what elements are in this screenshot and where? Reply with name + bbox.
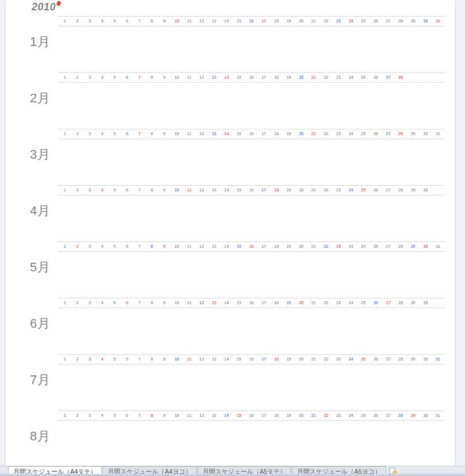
day-number: 12 <box>196 242 208 251</box>
day-number: 4 <box>96 242 109 251</box>
day-number: 26 <box>369 242 382 251</box>
day-number: 18 <box>270 298 283 308</box>
day-number: 30 <box>420 298 432 308</box>
day-number: 2 <box>71 186 84 195</box>
day-number-row: 1234567891011121314151617181920212223242… <box>59 410 444 421</box>
day-number: 9 <box>158 242 171 251</box>
day-number: 20 <box>295 73 308 82</box>
day-number: 13 <box>208 17 220 26</box>
day-number <box>432 73 444 82</box>
day-number: 18 <box>270 411 283 420</box>
day-number: 16 <box>245 298 258 308</box>
status-bar <box>0 474 465 476</box>
day-number: 25 <box>357 355 370 364</box>
month-block: 1234567891011121314151617181920212223242… <box>6 298 455 354</box>
day-number: 10 <box>170 355 183 364</box>
day-number: 5 <box>108 73 121 82</box>
day-number: 19 <box>283 186 295 195</box>
day-number: 25 <box>357 298 370 308</box>
day-number: 4 <box>96 129 109 139</box>
day-number: 26 <box>369 73 382 82</box>
day-number: 19 <box>283 73 295 82</box>
month-block: 1234567891011121314151617181920212223242… <box>6 16 455 72</box>
day-number: 28 <box>394 17 407 26</box>
day-number: 15 <box>233 73 246 82</box>
day-number: 5 <box>108 355 121 364</box>
day-number: 26 <box>369 355 382 364</box>
day-number: 9 <box>158 355 171 364</box>
day-number: 4 <box>96 73 109 82</box>
day-number: 29 <box>407 186 420 195</box>
day-number: 29 <box>407 411 420 420</box>
day-number: 21 <box>307 129 320 139</box>
day-number: 15 <box>233 355 246 364</box>
day-number: 1 <box>59 298 71 308</box>
day-number: 13 <box>208 411 220 420</box>
day-number: 17 <box>258 411 270 420</box>
day-number: 6 <box>121 355 134 364</box>
months-container: 1234567891011121314151617181920212223242… <box>6 16 455 466</box>
day-number: 25 <box>357 186 370 195</box>
day-number: 16 <box>245 411 258 420</box>
month-block: 1234567891011121314151617181920212223242… <box>6 72 455 129</box>
day-number: 6 <box>121 242 134 251</box>
day-number: 16 <box>245 129 258 139</box>
day-number: 14 <box>220 411 233 420</box>
day-number-row: 1234567891011121314151617181920212223242… <box>59 16 444 26</box>
day-number: 11 <box>183 242 196 251</box>
day-number: 25 <box>357 129 370 139</box>
day-number: 11 <box>183 17 196 26</box>
month-block: 1234567891011121314151617181920212223242… <box>6 241 455 298</box>
day-number-row: 1234567891011121314151617181920212223242… <box>59 72 444 83</box>
year-text: 2010 <box>32 1 56 13</box>
day-number: 9 <box>158 411 171 420</box>
day-number: 30 <box>420 129 432 139</box>
day-number: 15 <box>233 411 246 420</box>
day-number: 12 <box>196 298 208 308</box>
day-number: 10 <box>170 129 183 139</box>
month-label: 5月 <box>30 259 51 276</box>
day-number: 27 <box>382 17 395 26</box>
day-number: 31 <box>432 355 444 364</box>
day-number: 5 <box>108 298 121 308</box>
day-number: 19 <box>283 298 295 308</box>
day-number: 16 <box>245 73 258 82</box>
day-number: 7 <box>134 73 146 82</box>
day-number: 8 <box>146 129 158 139</box>
month-label: 3月 <box>30 146 51 163</box>
document-page: 2010 12345678910111213141516171819202122… <box>6 0 455 466</box>
day-number: 6 <box>121 17 134 26</box>
day-number: 22 <box>320 242 333 251</box>
day-number-row: 1234567891011121314151617181920212223242… <box>59 129 444 139</box>
day-number: 3 <box>83 186 96 195</box>
day-number: 12 <box>196 411 208 420</box>
day-number: 8 <box>146 186 158 195</box>
day-number: 7 <box>134 129 146 139</box>
day-number: 11 <box>183 186 196 195</box>
day-number: 20 <box>295 129 308 139</box>
day-number: 20 <box>295 17 308 26</box>
day-number: 1 <box>59 242 71 251</box>
month-label: 4月 <box>30 202 51 220</box>
day-number: 24 <box>345 73 357 82</box>
day-number: 27 <box>382 298 395 308</box>
day-number: 13 <box>208 242 220 251</box>
day-number: 28 <box>394 242 407 251</box>
day-number: 27 <box>382 242 395 251</box>
day-number: 24 <box>345 17 357 26</box>
day-number: 29 <box>407 355 420 364</box>
day-number: 17 <box>258 73 270 82</box>
day-number: 30 <box>420 411 432 420</box>
day-number: 18 <box>270 186 283 195</box>
day-number: 13 <box>208 298 220 308</box>
day-number: 2 <box>71 73 84 82</box>
day-number-row: 1234567891011121314151617181920212223242… <box>59 298 444 308</box>
day-number: 31 <box>432 242 444 251</box>
day-number: 15 <box>233 186 246 195</box>
day-number: 22 <box>320 411 333 420</box>
day-number: 22 <box>320 186 333 195</box>
day-number: 1 <box>59 411 71 420</box>
month-label: 2月 <box>30 90 51 107</box>
day-number: 13 <box>208 186 220 195</box>
day-number: 26 <box>369 17 382 26</box>
